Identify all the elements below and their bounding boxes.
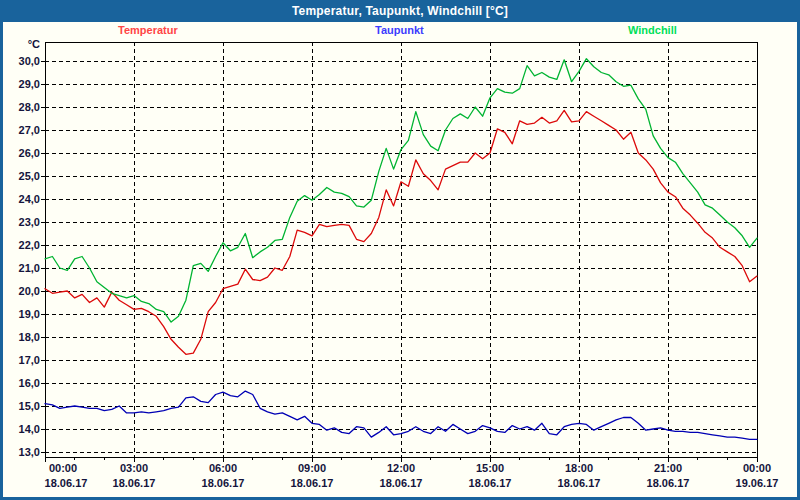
svg-text:18.06.17: 18.06.17 — [45, 477, 88, 489]
svg-text:24,0: 24,0 — [19, 193, 40, 205]
svg-text:18.06.17: 18.06.17 — [647, 477, 690, 489]
svg-text:15,0: 15,0 — [19, 400, 40, 412]
legend-item-taupunkt: Taupunkt — [375, 24, 424, 39]
svg-text:18.06.17: 18.06.17 — [558, 477, 601, 489]
svg-text:03:00: 03:00 — [120, 462, 148, 474]
chart-panel: 30,029,028,027,026,025,024,023,022,021,0… — [3, 22, 797, 497]
svg-text:19,0: 19,0 — [19, 308, 40, 320]
svg-text:06:00: 06:00 — [209, 462, 237, 474]
svg-text:20,0: 20,0 — [19, 285, 40, 297]
app-window: { "window": { "title": "Temperatur, Taup… — [0, 0, 800, 500]
svg-text:00:00: 00:00 — [743, 462, 771, 474]
svg-text:18,0: 18,0 — [19, 331, 40, 343]
title-bar: Temperatur, Taupunkt, Windchill [°C] — [0, 0, 800, 22]
legend-item-temperatur: Temperatur — [118, 24, 178, 39]
chart-plot-svg: 30,029,028,027,026,025,024,023,022,021,0… — [3, 22, 797, 497]
svg-text:29,0: 29,0 — [19, 78, 40, 90]
legend-item-windchill: Windchill — [628, 24, 677, 39]
svg-text:18:00: 18:00 — [565, 462, 593, 474]
svg-text:18.06.17: 18.06.17 — [113, 477, 156, 489]
svg-text:13,0: 13,0 — [19, 446, 40, 458]
svg-text:14,0: 14,0 — [19, 423, 40, 435]
svg-text:18.06.17: 18.06.17 — [202, 477, 245, 489]
svg-text:12:00: 12:00 — [387, 462, 415, 474]
svg-text:19.06.17: 19.06.17 — [736, 477, 779, 489]
svg-text:22,0: 22,0 — [19, 239, 40, 251]
svg-text:27,0: 27,0 — [19, 124, 40, 136]
svg-text:21,0: 21,0 — [19, 262, 40, 274]
svg-text:18.06.17: 18.06.17 — [380, 477, 423, 489]
svg-text:17,0: 17,0 — [19, 354, 40, 366]
legend-label-temperatur: Temperatur — [118, 24, 178, 36]
svg-text:16,0: 16,0 — [19, 377, 40, 389]
svg-text:30,0: 30,0 — [19, 55, 40, 67]
svg-text:18.06.17: 18.06.17 — [291, 477, 334, 489]
svg-text:28,0: 28,0 — [19, 101, 40, 113]
svg-text:°C: °C — [28, 38, 40, 50]
svg-text:18.06.17: 18.06.17 — [469, 477, 512, 489]
svg-text:00:00: 00:00 — [49, 462, 77, 474]
svg-text:25,0: 25,0 — [19, 170, 40, 182]
chart-title: Temperatur, Taupunkt, Windchill [°C] — [292, 4, 508, 18]
svg-text:23,0: 23,0 — [19, 216, 40, 228]
svg-text:15:00: 15:00 — [476, 462, 504, 474]
legend-label-taupunkt: Taupunkt — [375, 24, 424, 36]
legend-label-windchill: Windchill — [628, 24, 677, 36]
svg-text:09:00: 09:00 — [298, 462, 326, 474]
svg-text:21:00: 21:00 — [654, 462, 682, 474]
svg-text:26,0: 26,0 — [19, 147, 40, 159]
